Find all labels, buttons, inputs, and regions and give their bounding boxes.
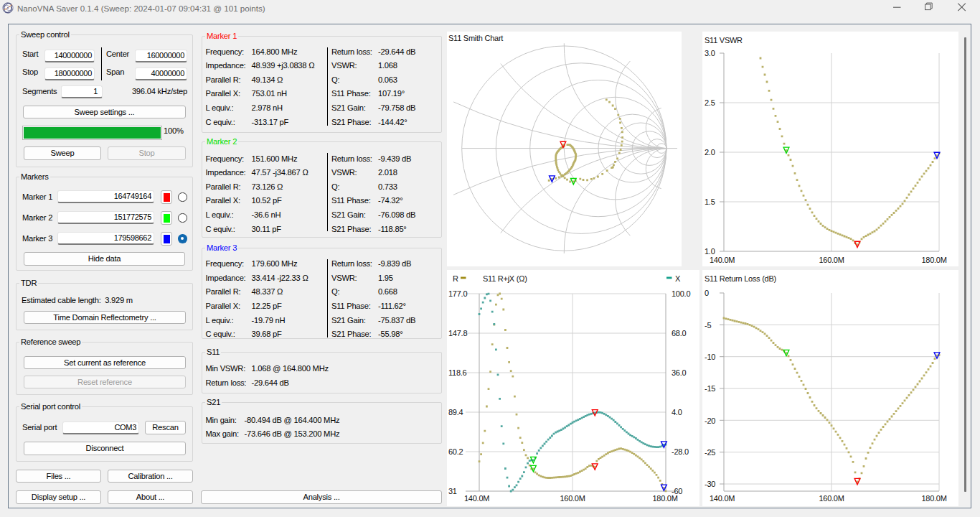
svg-text:R: R xyxy=(453,274,458,283)
svg-text:147.8: 147.8 xyxy=(448,329,467,337)
svg-text:60.2: 60.2 xyxy=(448,447,463,456)
svg-text:0: 0 xyxy=(705,289,709,297)
svg-text:1.0: 1.0 xyxy=(705,247,715,256)
svg-text:X: X xyxy=(675,274,681,283)
svg-text:140.0M: 140.0M xyxy=(464,494,489,503)
svg-text:160.0M: 160.0M xyxy=(560,494,585,503)
svg-text:100.0: 100.0 xyxy=(672,289,690,298)
svg-text:-30: -30 xyxy=(705,480,715,488)
svg-text:160.0M: 160.0M xyxy=(819,494,844,503)
svg-text:-28.0: -28.0 xyxy=(672,447,689,456)
svg-text:-20: -20 xyxy=(705,416,715,425)
svg-text:177.0: 177.0 xyxy=(448,289,467,298)
svg-text:S11 Smith Chart: S11 Smith Chart xyxy=(448,34,503,42)
svg-text:68.0: 68.0 xyxy=(672,329,687,337)
svg-text:31: 31 xyxy=(448,487,457,495)
svg-text:180.0M: 180.0M xyxy=(921,256,946,264)
svg-text:140.0M: 140.0M xyxy=(710,256,735,264)
svg-text:4.0: 4.0 xyxy=(672,408,682,416)
svg-text:140.0M: 140.0M xyxy=(710,494,735,503)
svg-text:160.0M: 160.0M xyxy=(819,256,844,264)
svg-text:89.4: 89.4 xyxy=(448,408,463,416)
svg-text:180.0M: 180.0M xyxy=(652,494,677,503)
svg-text:2.5: 2.5 xyxy=(705,98,715,107)
svg-text:S11 VSWR: S11 VSWR xyxy=(705,36,743,45)
svg-text:3.0: 3.0 xyxy=(705,49,715,57)
svg-text:-25: -25 xyxy=(705,448,715,457)
svg-text:-5: -5 xyxy=(705,321,711,330)
svg-text:S11 R+jX (Ω): S11 R+jX (Ω) xyxy=(483,274,527,283)
svg-text:1.5: 1.5 xyxy=(705,197,715,206)
svg-text:180.0M: 180.0M xyxy=(921,494,946,503)
svg-text:2.0: 2.0 xyxy=(705,148,715,157)
svg-text:S11 Return Loss (dB): S11 Return Loss (dB) xyxy=(705,274,776,283)
svg-text:118.6: 118.6 xyxy=(448,368,467,377)
svg-text:-10: -10 xyxy=(705,353,715,361)
svg-text:36.0: 36.0 xyxy=(672,368,687,377)
svg-text:-15: -15 xyxy=(705,384,715,393)
